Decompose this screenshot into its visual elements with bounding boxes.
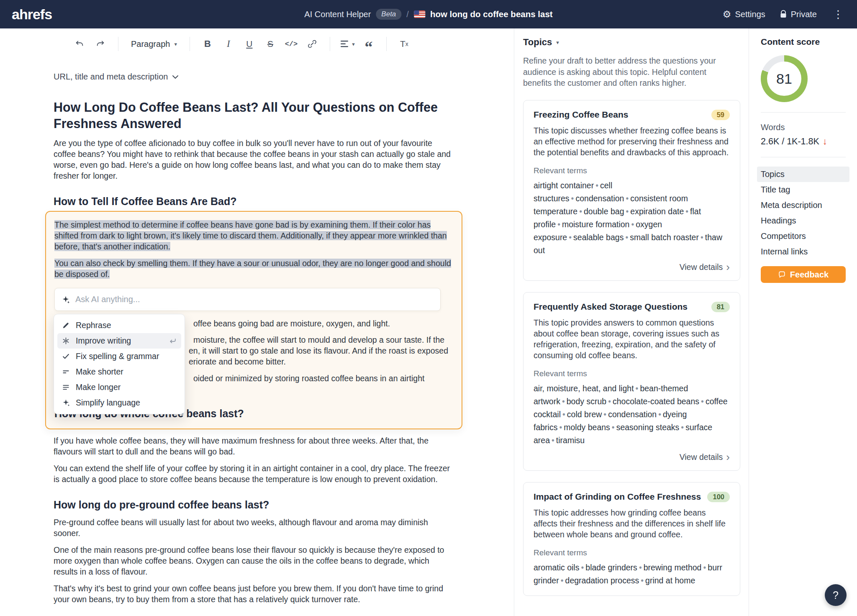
return-key-icon (169, 337, 177, 345)
menu-item-simplify-language[interactable]: Simplify language (57, 395, 181, 411)
ai-actions-menu: Rephrase Improve writing Fix spelling & … (54, 314, 185, 414)
alignment-dropdown[interactable]: ▾ (339, 35, 357, 53)
term-separator: • (559, 576, 565, 585)
settings-button[interactable]: ⚙ Settings (723, 10, 765, 19)
ahrefs-logo[interactable]: ahrefs (12, 6, 52, 23)
view-details-label: View details (680, 262, 723, 272)
relevant-terms: airtight container•cell structures•conde… (534, 179, 730, 257)
menu-item-make-shorter[interactable]: Make shorter (57, 364, 181, 380)
menu-item-label: Simplify language (76, 398, 140, 408)
article-intro: Are you the type of coffee aficionado to… (54, 138, 452, 181)
relevant-term: condensation (608, 410, 657, 419)
feedback-label: Feedback (790, 270, 829, 280)
heading-how-to-tell: How to Tell If Coffee Beans Are Bad? (54, 195, 452, 208)
view-details-button[interactable]: View details › (534, 262, 730, 272)
relevant-term: expiration date (630, 207, 684, 216)
help-button[interactable]: ? (825, 584, 847, 606)
bold-button[interactable]: B (198, 35, 217, 53)
content-score-value: 81 (761, 55, 808, 102)
topics-dropdown[interactable]: Topics ▾ (523, 37, 559, 48)
term-separator: • (602, 410, 608, 419)
content-score-donut: 81 (761, 55, 808, 102)
paragraph: If you have whole coffee beans, they wil… (54, 435, 452, 457)
content-score-panel: Content score 81 Words 2.6K / 1K-1.8K ↓ … (749, 28, 857, 616)
private-button[interactable]: Private (780, 10, 817, 19)
strikethrough-button[interactable]: S (261, 35, 280, 53)
relevant-term: body scrub (567, 397, 606, 406)
clear-formatting-t: T (400, 39, 405, 49)
country-flag-icon (414, 10, 425, 18)
editor-toolbar: Paragraph ▾ B I U S </> ▾ “ Tx (0, 28, 514, 59)
toolbar-divider (118, 37, 118, 51)
menu-item-label: Improve writing (76, 336, 131, 346)
sidebar-nav-item-headings[interactable]: Headings (757, 213, 849, 228)
ask-ai-input-wrapper (54, 288, 441, 311)
document-body[interactable]: URL, title and meta description How Long… (0, 59, 452, 605)
topic-card: Frequently Asked Storage Questions 81 Th… (523, 292, 740, 471)
relevant-terms-label: Relevant terms (534, 166, 730, 175)
menu-item-rephrase[interactable]: Rephrase (57, 318, 181, 333)
sidebar-nav-item-competitors[interactable]: Competitors (757, 228, 849, 244)
app-name: AI Content Helper (304, 10, 371, 19)
term-separator: • (556, 220, 562, 229)
term-separator: • (684, 207, 690, 216)
selected-paragraph: The simplest method to determine if coff… (54, 219, 453, 252)
paragraph-style-dropdown[interactable]: Paragraph ▾ (127, 39, 181, 49)
toolbar-divider (190, 37, 190, 51)
relevant-terms-label: Relevant terms (534, 548, 730, 557)
breadcrumb: AI Content Helper Beta / how long do cof… (304, 9, 552, 20)
chevron-down-icon: ▾ (556, 39, 559, 46)
feedback-button[interactable]: Feedback (761, 266, 846, 283)
menu-item-make-longer[interactable]: Make longer (57, 380, 181, 395)
ask-ai-input[interactable] (75, 295, 434, 304)
kebab-menu-button[interactable]: ⋮ (831, 8, 845, 21)
sidebar-nav-item-internal-links[interactable]: Internal links (757, 244, 849, 259)
sparkle-icon (62, 399, 70, 407)
term-separator: • (637, 563, 644, 572)
menu-item-label: Fix spelling & grammar (76, 352, 159, 361)
pencil-icon (62, 321, 70, 329)
gear-icon: ⚙ (723, 10, 731, 19)
chevron-down-icon: ▾ (174, 41, 177, 47)
blockquote-button[interactable]: “ (359, 35, 378, 53)
code-button[interactable]: </> (282, 35, 300, 53)
underline-button[interactable]: U (240, 35, 259, 53)
relevant-term: double bag (584, 207, 624, 216)
sidebar-nav-item-topics[interactable]: Topics (757, 167, 849, 182)
undo-button[interactable] (70, 35, 89, 53)
term-separator: • (657, 410, 663, 419)
topic-card: Freezing Coffee Beans 59 This topic disc… (523, 100, 740, 281)
sidebar-nav-item-title-tag[interactable]: Title tag (757, 182, 849, 198)
relevant-term: chocolate-coated beans (613, 397, 699, 406)
chevron-right-icon: › (726, 263, 730, 271)
relevant-term: small batch roaster (630, 233, 699, 242)
words-down-arrow-icon: ↓ (823, 136, 827, 147)
italic-button[interactable]: I (219, 35, 238, 53)
redo-button[interactable] (91, 35, 110, 53)
clear-formatting-button[interactable]: Tx (395, 35, 413, 53)
url-meta-toggle[interactable]: URL, title and meta description (54, 72, 179, 82)
url-meta-label: URL, title and meta description (54, 72, 168, 82)
term-separator: • (561, 410, 567, 419)
sidebar-nav-item-meta-description[interactable]: Meta description (757, 198, 849, 213)
help-question-mark: ? (833, 589, 839, 601)
topics-description: Refine your draft to better address the … (523, 55, 736, 89)
check-icon (62, 352, 70, 360)
document-title[interactable]: how long do coffee beans last (430, 9, 553, 19)
score-nav: Topics Title tag Meta description Headin… (761, 167, 846, 259)
term-separator: • (634, 384, 640, 393)
menu-item-fix-spelling[interactable]: Fix spelling & grammar (57, 349, 181, 364)
paragraph: You can extend the shelf life of your co… (54, 463, 452, 485)
relevant-terms-label: Relevant terms (534, 369, 730, 378)
view-details-button[interactable]: View details › (534, 452, 730, 462)
term-separator: • (579, 563, 585, 572)
topic-card-title: Frequently Asked Storage Questions (534, 302, 688, 312)
obscured-text: oided or minimized by storing roasted co… (193, 374, 424, 383)
sparkle-burst-icon (62, 337, 70, 345)
term-separator: • (606, 397, 613, 406)
term-separator: • (679, 423, 685, 432)
relevant-term: sealable bags (573, 233, 624, 242)
link-button[interactable] (303, 35, 321, 53)
term-separator: • (557, 423, 564, 432)
menu-item-improve-writing[interactable]: Improve writing (57, 333, 181, 349)
